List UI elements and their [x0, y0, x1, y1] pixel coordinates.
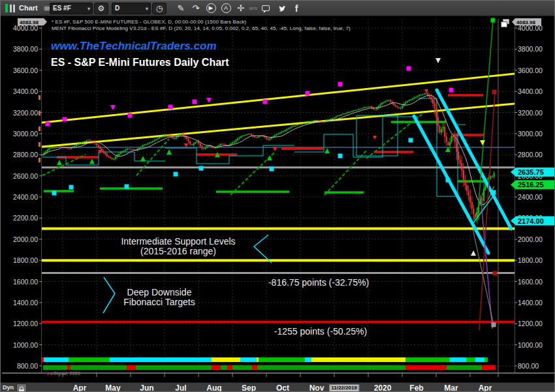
replay-button[interactable]: ▶	[204, 2, 217, 15]
svg-text:2400.00: 2400.00	[13, 193, 38, 201]
toolbar: Chart SIM ES #F▾ ⚙ D▾ ◷ ✎ ↷ ▶ A ✢ EFS f	[1, 1, 554, 16]
annotation-line: Deep Downside	[123, 288, 195, 297]
lock-button[interactable]	[16, 384, 27, 392]
pen-nib-icon: ✢	[238, 3, 245, 13]
chart-title: ES - S&P E-Mini Futures Daily Chart	[51, 57, 229, 68]
annotation-fib-targets: Deep Downside Fibonacci Targets	[123, 288, 195, 307]
svg-text:2174.00: 2174.00	[518, 217, 544, 225]
gear-icon: ⚙	[98, 4, 105, 13]
esignal-logo-icon: ●	[46, 371, 49, 376]
chart-window: Chart SIM ES #F▾ ⚙ D▾ ◷ ✎ ↷ ▶ A ✢ EFS f …	[0, 0, 555, 392]
svg-text:800.00: 800.00	[518, 362, 539, 370]
x-axis-month-label: Mar	[444, 384, 458, 392]
svg-text:1600.00: 1600.00	[13, 278, 38, 286]
svg-text:3400.00: 3400.00	[518, 87, 543, 95]
chat-button[interactable]	[259, 2, 272, 15]
facebook-share-button[interactable]: f	[290, 2, 303, 15]
interval-combo[interactable]: D▾	[112, 3, 151, 14]
esignal-credit: ● eSignal, 2020	[46, 370, 80, 376]
chevron-down-icon: ▾	[146, 6, 148, 12]
annotation-line: Fibonacci Targets	[123, 297, 195, 307]
window-grip-icon	[13, 5, 15, 12]
svg-text:2000.00: 2000.00	[13, 235, 38, 243]
x-axis-month-label: Oct	[276, 384, 289, 392]
svg-text:3800.00: 3800.00	[518, 45, 543, 53]
x-axis-month-label: Apr	[73, 384, 87, 392]
restore-window-icon[interactable]	[501, 19, 510, 28]
watermark-link[interactable]: www.TheTechnicalTraders.com	[51, 40, 217, 53]
svg-text:4083.98: 4083.98	[516, 20, 535, 25]
svg-text:3800.00: 3800.00	[13, 45, 38, 53]
svg-text:1600.00: 1600.00	[518, 278, 543, 286]
svg-text:3600.00: 3600.00	[518, 67, 543, 74]
svg-text:3400.00: 3400.00	[13, 87, 38, 95]
annotation-intermediate-support: Intermediate Support Levels (2015-2016 r…	[121, 237, 235, 256]
efs-label: EFS	[249, 7, 257, 10]
x-axis-month-label: Aug	[206, 384, 221, 392]
symbol-settings-button[interactable]: ⚙	[94, 3, 108, 14]
x-axis-month-label: Jul	[175, 384, 186, 392]
draw-tool-button[interactable]: ✎	[174, 2, 187, 15]
x-axis-month-label: Feb	[409, 384, 423, 392]
svg-text:1400.00: 1400.00	[518, 299, 543, 307]
chart-header-line1: * ES #F, S&P 500 E-MINI FUTURES - GLOBEX…	[52, 19, 246, 25]
clock-icon: ◷	[156, 4, 163, 13]
svg-text:1000.00: 1000.00	[518, 341, 543, 349]
svg-text:2400.00: 2400.00	[518, 193, 543, 201]
symbol-combo[interactable]: ES #F▾	[50, 3, 93, 14]
x-axis-month-label: Nov	[309, 384, 325, 392]
time-template-button[interactable]: ◷	[152, 3, 166, 14]
svg-text:1000.00: 1000.00	[13, 341, 38, 349]
annotation-target-1: -816.75 points (-32.75%)	[268, 278, 369, 288]
x-axis-bar: Dyn AprMayJunJulAugSepOctNov2020FebMarAp…	[1, 382, 554, 392]
svg-text:3600.00: 3600.00	[13, 67, 38, 74]
auto-analysis-button[interactable]: A	[219, 2, 232, 15]
twitter-bird-icon	[278, 5, 287, 13]
x-axis-month-label: Jun	[140, 384, 153, 392]
pencil-icon: ✎	[178, 3, 185, 13]
svg-text:1200.00: 1200.00	[13, 320, 38, 327]
svg-text:3000.00: 3000.00	[13, 130, 38, 138]
svg-text:1200.00: 1200.00	[518, 320, 543, 327]
play-icon: ▶	[206, 3, 216, 13]
svg-text:3000.00: 3000.00	[518, 130, 543, 138]
svg-text:2800.00: 2800.00	[518, 151, 543, 158]
svg-text:2800.00: 2800.00	[13, 151, 38, 158]
svg-text:2000.00: 2000.00	[518, 235, 543, 243]
lock-icon	[17, 386, 26, 392]
twitter-share-button[interactable]	[276, 2, 289, 15]
annotation-line: Intermediate Support Levels	[121, 237, 235, 247]
annotation-target-2: -1255 points (-50.25%)	[274, 327, 367, 337]
status-led-icon	[5, 4, 8, 12]
letter-a-icon: A	[221, 3, 231, 13]
svg-text:2516.25: 2516.25	[518, 181, 544, 188]
svg-text:3200.00: 3200.00	[13, 109, 38, 117]
x-axis-month-label: Sep	[242, 384, 256, 392]
window-grip-icon	[10, 5, 12, 12]
svg-text:2600.00: 2600.00	[13, 172, 38, 180]
date-marker-box[interactable]: 11/22/2019	[329, 384, 359, 392]
svg-text:800.00: 800.00	[17, 362, 38, 370]
dyn-label: Dyn	[3, 384, 14, 391]
chart-window-title: Chart	[19, 4, 38, 12]
svg-text:3200.00: 3200.00	[518, 109, 543, 117]
svg-text:1800.00: 1800.00	[518, 256, 543, 264]
curved-arrow-icon: ↷	[193, 3, 200, 13]
annotation-pen-button[interactable]: ✢	[234, 2, 247, 15]
facebook-f-icon: f	[295, 3, 298, 14]
chart-header-line2: MENT Fibonacci Price Modeling V3.21d - E…	[52, 25, 351, 31]
svg-text:2635.75: 2635.75	[518, 168, 544, 176]
x-axis-month-label: 2020	[374, 384, 392, 392]
redo-tool-button[interactable]: ↷	[189, 2, 202, 15]
x-axis-month-label: Apr	[479, 384, 492, 392]
svg-text:4083.98: 4083.98	[20, 20, 39, 25]
chat-bubble-icon	[262, 5, 270, 11]
annotation-line: (2015-2016 range)	[121, 247, 235, 256]
svg-text:1400.00: 1400.00	[13, 299, 38, 307]
svg-text:2200.00: 2200.00	[13, 214, 38, 222]
chevron-down-icon: ▾	[87, 6, 90, 12]
x-axis-month-label: May	[105, 384, 120, 392]
svg-text:1800.00: 1800.00	[13, 256, 38, 264]
